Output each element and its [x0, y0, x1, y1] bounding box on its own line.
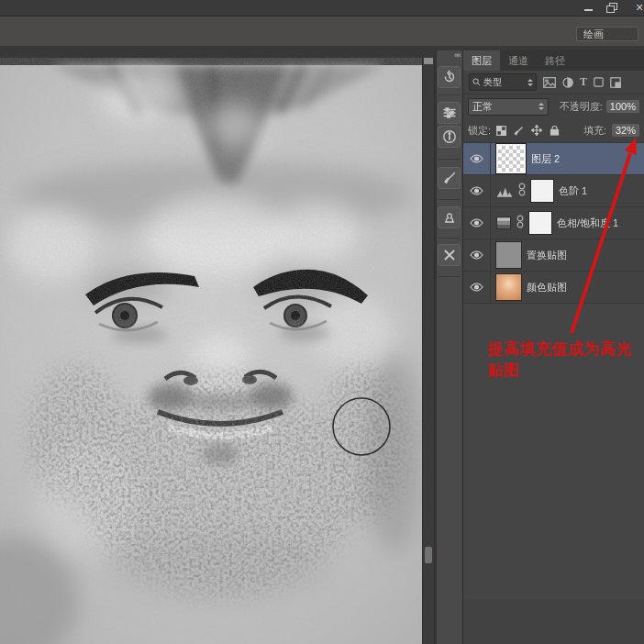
opacity-label: 不透明度: — [560, 100, 603, 114]
close-button[interactable]: ✕ — [632, 2, 644, 13]
adjustment-filter-icon[interactable] — [562, 77, 573, 88]
canvas-vertical-scrollbar[interactable] — [422, 58, 435, 644]
tab-layers[interactable]: 图层 — [463, 50, 500, 71]
lock-transparency-icon[interactable] — [496, 126, 506, 136]
clone-source-panel-button[interactable] — [438, 206, 461, 228]
eye-icon — [470, 154, 483, 163]
layer-row-layer-2[interactable]: 图层 2 — [463, 143, 644, 175]
mask-link-icon[interactable] — [518, 183, 526, 200]
layer-name[interactable]: 颜色贴图 — [527, 281, 567, 294]
dropdown-arrows-icon — [527, 79, 533, 86]
scrollbar-top-nub — [424, 58, 433, 64]
options-bar: 绘画 — [0, 17, 644, 46]
layer-name[interactable]: 色阶 1 — [559, 184, 587, 198]
layer-name[interactable]: 图层 2 — [531, 152, 560, 166]
photoshop-window: ✕ 绘画 — [0, 0, 644, 644]
hue-saturation-adjustment-icon — [496, 217, 511, 229]
blend-mode-row: 正常 不透明度: 100% — [463, 94, 644, 118]
layer-thumbnail-transparent[interactable] — [496, 144, 526, 173]
layer-row-levels-1[interactable]: 色阶 1 — [463, 175, 644, 207]
eye-icon — [470, 250, 483, 260]
lock-all-icon[interactable] — [550, 125, 560, 136]
layer-filter-type-dropdown[interactable]: 类型 — [469, 73, 537, 91]
fill-label: 填充: — [583, 124, 606, 138]
workspace-switcher-button[interactable]: 绘画 — [576, 27, 638, 41]
clone-stamp-icon — [442, 210, 457, 225]
title-bar: ✕ — [0, 0, 644, 17]
blend-mode-dropdown[interactable]: 正常 — [468, 98, 549, 116]
annotation-text: 提高填充值成为高光贴图 — [488, 339, 644, 381]
canvas-image — [0, 58, 422, 644]
eye-icon — [470, 218, 483, 228]
adjustments-icon — [442, 105, 457, 120]
dropdown-arrows-icon — [539, 103, 544, 110]
brush-icon — [442, 171, 457, 185]
layer-name[interactable]: 色相/饱和度 1 — [557, 217, 618, 230]
layer-mask-thumbnail[interactable] — [529, 212, 551, 234]
layer-row-color-map[interactable]: 颜色贴图 — [463, 272, 644, 304]
collapsed-panels-strip: «« — [436, 50, 462, 644]
panel-tab-bar: 图层 通道 路径 — [463, 50, 644, 71]
layer-mask-thumbnail[interactable] — [531, 180, 553, 202]
layer-list: 图层 2 — [463, 143, 644, 304]
smart-object-filter-icon[interactable] — [610, 77, 621, 88]
history-icon — [442, 70, 457, 84]
visibility-toggle[interactable] — [463, 175, 491, 206]
layer-row-displacement-map[interactable]: 置换贴图 — [463, 239, 644, 272]
image-filter-icon[interactable] — [543, 77, 556, 88]
expand-panels-icon[interactable]: «« — [454, 50, 460, 60]
eye-icon — [470, 186, 483, 195]
visibility-toggle[interactable] — [463, 272, 491, 303]
layer-name[interactable]: 置换贴图 — [527, 249, 567, 262]
mask-link-icon[interactable] — [516, 215, 524, 232]
info-panel-button[interactable] — [438, 126, 461, 148]
lock-position-icon[interactable] — [531, 125, 542, 136]
opacity-value[interactable]: 100% — [606, 100, 639, 113]
history-panel-button[interactable] — [438, 66, 461, 88]
lock-label: 锁定: — [468, 124, 491, 138]
type-filter-icon[interactable]: T — [580, 75, 587, 89]
layer-thumbnail-color[interactable] — [496, 274, 521, 300]
visibility-toggle[interactable] — [463, 143, 491, 174]
tab-paths[interactable]: 路径 — [537, 50, 573, 71]
brush-panel-button[interactable] — [438, 167, 461, 189]
tool-presets-panel-button[interactable] — [438, 244, 461, 266]
lock-row: 锁定: 填充: 32% — [463, 118, 644, 143]
minimize-icon — [584, 9, 593, 11]
shape-filter-icon[interactable] — [594, 77, 604, 87]
fill-value[interactable]: 32% — [612, 124, 639, 137]
search-icon — [472, 78, 481, 86]
levels-adjustment-icon — [496, 184, 513, 197]
document-canvas[interactable] — [0, 58, 422, 644]
lock-image-icon[interactable] — [514, 126, 524, 136]
info-icon — [442, 129, 457, 144]
visibility-toggle[interactable] — [463, 239, 491, 271]
tool-presets-icon — [442, 248, 457, 262]
scrollbar-thumb[interactable] — [425, 547, 432, 563]
eye-icon — [470, 283, 483, 292]
layer-row-hue-saturation-1[interactable]: 色相/饱和度 1 — [463, 207, 644, 239]
tab-channels[interactable]: 通道 — [500, 50, 537, 71]
visibility-toggle[interactable] — [463, 207, 491, 239]
layer-thumbnail-gray[interactable] — [496, 242, 521, 268]
adjustments-panel-button[interactable] — [438, 102, 461, 124]
restore-button[interactable] — [605, 2, 619, 13]
layer-filter-row: 类型 T — [463, 71, 644, 94]
minimize-button[interactable] — [582, 2, 596, 13]
